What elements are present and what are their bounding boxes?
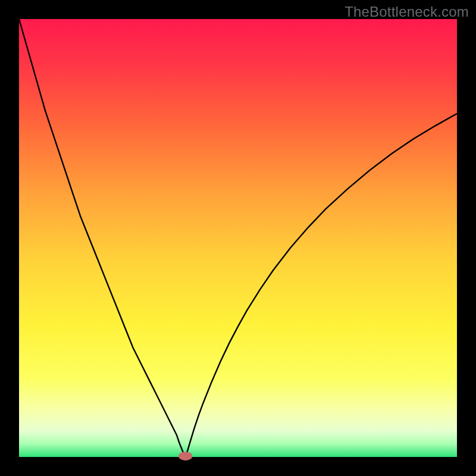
curve-path — [19, 19, 457, 456]
minimum-marker — [178, 452, 193, 461]
bottleneck-curve — [19, 19, 457, 457]
plot-area — [19, 19, 457, 457]
chart-frame: TheBottleneck.com — [0, 0, 476, 476]
watermark-text: TheBottleneck.com — [345, 4, 469, 20]
